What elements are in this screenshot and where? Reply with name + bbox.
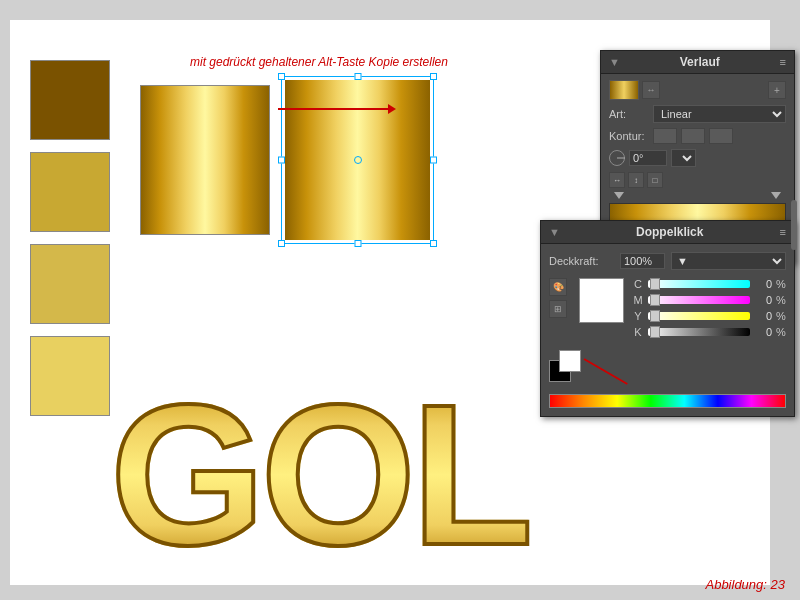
swatch-light-gold[interactable]: [30, 244, 110, 324]
handle-top-right[interactable]: [430, 73, 437, 80]
slider-y-track[interactable]: [648, 312, 750, 320]
deckkraft-input[interactable]: [620, 253, 665, 269]
gradient-mini-preview[interactable]: [609, 80, 639, 100]
deckkraft-row: Deckkraft: ▼: [549, 252, 786, 270]
color-panel-header: ▼ Doppelklick ≡: [541, 221, 794, 244]
slider-c-row: C 0 %: [632, 278, 786, 290]
panel-icons-row: ↔ +: [609, 80, 786, 100]
panel-side-icons: 🎨 ⊞: [549, 278, 567, 342]
angle-input[interactable]: 0°: [629, 150, 667, 166]
handle-top-left[interactable]: [278, 73, 285, 80]
color-panel: ▼ Doppelklick ≡ Deckkraft: ▼ 🎨 ⊞: [540, 220, 795, 417]
slider-y-percent: %: [776, 310, 786, 322]
kontur-btn-2[interactable]: [681, 128, 705, 144]
handle-right-mid[interactable]: [430, 157, 437, 164]
kontur-label: Kontur:: [609, 130, 649, 142]
art-select[interactable]: Linear: [653, 105, 786, 123]
invert-gradient-btn[interactable]: ↔: [642, 81, 660, 99]
palette-icon[interactable]: 🎨: [549, 278, 567, 296]
white-swatch[interactable]: [559, 350, 581, 372]
slider-m-percent: %: [776, 294, 786, 306]
gold-text: GOL: [110, 375, 528, 575]
opacity-stop-1[interactable]: [614, 192, 624, 199]
flip-v-btn[interactable]: ↕: [628, 172, 644, 188]
figure-number: Abbildung: 23: [705, 577, 785, 592]
slider-m-label: M: [632, 294, 644, 306]
panel-collapse-icon[interactable]: ▼: [609, 56, 620, 68]
color-panel-body: Deckkraft: ▼ 🎨 ⊞ C: [541, 244, 794, 416]
slider-m-value: 0: [754, 294, 772, 306]
grid-icon[interactable]: ⊞: [549, 300, 567, 318]
slider-k-label: K: [632, 326, 644, 338]
verlauf-panel-header: ▼ Verlauf ≡: [601, 51, 794, 74]
color-main-area: 🎨 ⊞ C 0 % M: [549, 278, 786, 342]
slider-m-track[interactable]: [648, 296, 750, 304]
kontur-row: Kontur:: [609, 128, 786, 144]
angle-row: 0° ▼: [609, 149, 786, 167]
opacity-stops-row: [609, 192, 786, 199]
handle-left-mid[interactable]: [278, 157, 285, 164]
add-stop-btn[interactable]: +: [768, 81, 786, 99]
bw-rainbow-area: [549, 350, 786, 408]
align-btn[interactable]: □: [647, 172, 663, 188]
angle-line: [617, 158, 625, 159]
color-panel-collapse-icon[interactable]: ▼: [549, 226, 560, 238]
slider-c-label: C: [632, 278, 644, 290]
panel-controls: ≡: [780, 56, 786, 68]
slider-k-row: K 0 %: [632, 326, 786, 338]
color-panel-title: Doppelklick: [636, 225, 703, 239]
opacity-stop-2[interactable]: [771, 192, 781, 199]
cmyk-sliders: C 0 % M 0 % Y: [632, 278, 786, 342]
center-point: [354, 156, 362, 164]
slider-y-row: Y 0 %: [632, 310, 786, 322]
slider-c-thumb[interactable]: [650, 278, 660, 290]
panel-menu-icon[interactable]: ≡: [780, 56, 786, 68]
angle-select[interactable]: ▼: [671, 149, 696, 167]
color-panel-menu-icon[interactable]: ≡: [780, 226, 786, 238]
icon-buttons-row: ↔ ↕ □: [609, 172, 786, 188]
slider-c-percent: %: [776, 278, 786, 290]
gold-rect-area: [140, 80, 430, 240]
slider-k-value: 0: [754, 326, 772, 338]
art-label: Art:: [609, 108, 649, 120]
gold-rect-selected-container[interactable]: [285, 80, 430, 240]
verlauf-panel-title: Verlauf: [680, 55, 720, 69]
slider-k-track[interactable]: [648, 328, 750, 336]
art-row: Art: Linear: [609, 105, 786, 123]
color-preview[interactable]: [579, 278, 624, 323]
handle-bottom-right[interactable]: [430, 240, 437, 247]
handle-bottom-left[interactable]: [278, 240, 285, 247]
gold-rect-original[interactable]: [140, 85, 270, 235]
deckkraft-label: Deckkraft:: [549, 255, 614, 267]
slider-k-percent: %: [776, 326, 786, 338]
deckkraft-select[interactable]: ▼: [671, 252, 786, 270]
slider-y-value: 0: [754, 310, 772, 322]
handle-bottom-mid[interactable]: [354, 240, 361, 247]
color-swatches: [30, 60, 110, 416]
red-pointer-line: [584, 358, 628, 385]
angle-icon: [609, 150, 625, 166]
slider-c-track[interactable]: [648, 280, 750, 288]
swatch-medium-gold[interactable]: [30, 152, 110, 232]
slider-y-thumb[interactable]: [650, 310, 660, 322]
annotation-text: mit gedrückt gehaltener Alt-Taste Kopie …: [190, 55, 448, 69]
flip-h-btn[interactable]: ↔: [609, 172, 625, 188]
kontur-btn-3[interactable]: [709, 128, 733, 144]
slider-m-thumb[interactable]: [650, 294, 660, 306]
slider-y-label: Y: [632, 310, 644, 322]
kontur-btn-1[interactable]: [653, 128, 677, 144]
annotation-arrow-line: [278, 108, 393, 110]
swatch-pale-gold[interactable]: [30, 336, 110, 416]
handle-top-mid[interactable]: [354, 73, 361, 80]
swatch-dark-gold[interactable]: [30, 60, 110, 140]
rainbow-bar[interactable]: [549, 394, 786, 408]
slider-m-row: M 0 %: [632, 294, 786, 306]
slider-c-value: 0: [754, 278, 772, 290]
annotation-arrowhead: [388, 104, 396, 114]
scrollbar-thumb[interactable]: [791, 200, 797, 250]
slider-k-thumb[interactable]: [650, 326, 660, 338]
